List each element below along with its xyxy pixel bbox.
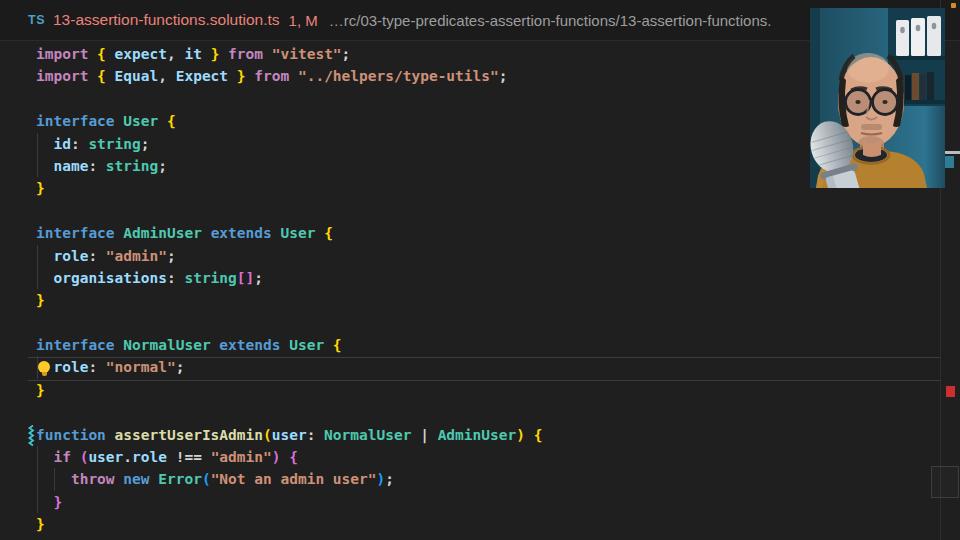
webcam-overlay: [810, 8, 945, 188]
code-line-20[interactable]: throw new Error("Not an admin user");: [0, 468, 940, 490]
code-line-6[interactable]: name: string;: [0, 155, 940, 177]
indent-guide: [37, 491, 38, 513]
breadcrumb-path[interactable]: …rc/03-type-predicates-assertion-functio…: [329, 12, 772, 29]
code-line-22[interactable]: }: [0, 513, 940, 535]
code-line-8[interactable]: [0, 200, 940, 222]
overview-marker-orange: [951, 3, 956, 8]
indent-guide: [37, 468, 38, 490]
indent-guide: [37, 133, 38, 155]
tab-filename[interactable]: 13-assertion-functions.solution.ts: [53, 11, 280, 29]
code-line-11[interactable]: organisations: string[];: [0, 267, 940, 289]
code-line-13[interactable]: [0, 312, 940, 334]
tab-problem-git-decorations: 1, M: [289, 12, 318, 29]
indent-guide: [37, 446, 38, 468]
code-line-2[interactable]: import { Equal, Expect } from "../helper…: [0, 65, 940, 87]
indent-guide: [37, 155, 38, 177]
code-line-9[interactable]: interface AdminUser extends User {: [0, 222, 940, 244]
code-line-17[interactable]: [0, 401, 940, 423]
git-modified-icon[interactable]: [27, 425, 36, 450]
code-line-16[interactable]: }: [0, 379, 940, 401]
lightbulb-icon[interactable]: [38, 361, 50, 373]
indent-guide: [54, 468, 55, 490]
minimap-light-line: [945, 151, 960, 154]
code-line-19[interactable]: if (user.role !== "admin") {: [0, 446, 940, 468]
current-line-highlight: [28, 357, 940, 381]
scrollbar-thumb[interactable]: [931, 466, 959, 498]
code-line-10[interactable]: role: "admin";: [0, 245, 940, 267]
presenter-illustration: [810, 8, 945, 188]
vscode-window: { "topbar": { "file_type_label": "TS", "…: [0, 0, 960, 540]
indent-guide: [37, 245, 38, 267]
typescript-file-icon: TS: [28, 13, 45, 27]
code-line-21[interactable]: }: [0, 491, 940, 513]
code-line-14[interactable]: interface NormalUser extends User {: [0, 334, 940, 356]
code-editor[interactable]: import { expect, it } from "vitest";impo…: [0, 43, 940, 536]
code-line-18[interactable]: function assertUserIsAdmin(user: NormalU…: [0, 424, 940, 446]
code-line-3[interactable]: [0, 88, 940, 110]
indent-guide: [37, 267, 38, 289]
code-line-7[interactable]: }: [0, 177, 940, 199]
code-line-5[interactable]: id: string;: [0, 133, 940, 155]
overview-marker-error: [946, 386, 955, 397]
shelf-binders: [896, 16, 941, 56]
code-line-4[interactable]: interface User {: [0, 110, 940, 132]
code-line-12[interactable]: }: [0, 289, 940, 311]
code-line-1[interactable]: import { expect, it } from "vitest";: [0, 43, 940, 65]
